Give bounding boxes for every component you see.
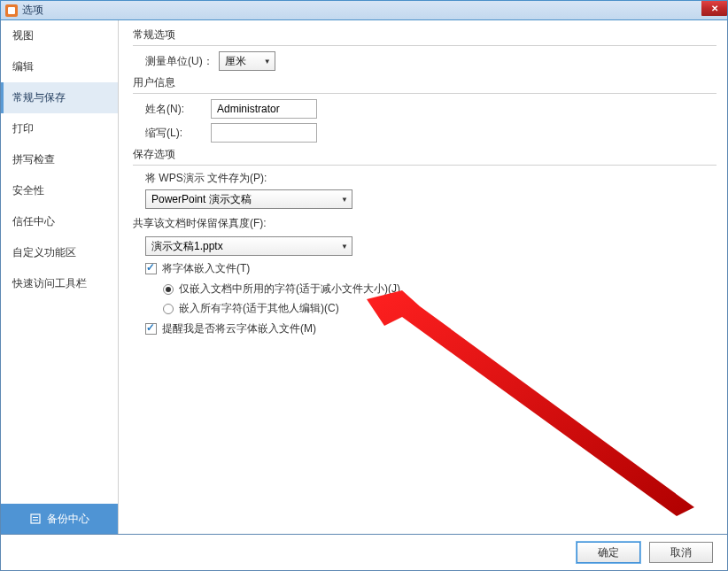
sidebar-item-general-save[interactable]: 常规与保存 — [1, 82, 118, 113]
sidebar-item-spellcheck[interactable]: 拼写检查 — [1, 144, 118, 175]
ok-button[interactable]: 确定 — [577, 542, 640, 563]
save-as-dropdown[interactable]: PowerPoint 演示文稿 — [145, 189, 352, 209]
cancel-button[interactable]: 取消 — [649, 542, 713, 563]
window-title: 选项 — [22, 3, 43, 18]
section-user-title: 用户信息 — [133, 75, 716, 94]
section-save: 保存选项 将 WPS演示 文件存为(P): PowerPoint 演示文稿 共享… — [133, 147, 716, 336]
main-panel: 常规选项 测量单位(U)： 厘米 用户信息 姓名(N): 缩写(L): 保存选项 — [119, 20, 727, 534]
embed-all-radio[interactable] — [163, 304, 174, 314]
fidelity-label: 共享该文档时保留保真度(F): — [133, 217, 267, 229]
svg-rect-1 — [8, 7, 15, 14]
save-as-value: PowerPoint 演示文稿 — [151, 192, 252, 207]
svg-rect-3 — [33, 517, 38, 518]
unit-value: 厘米 — [225, 54, 246, 69]
sidebar-item-view[interactable]: 视图 — [1, 20, 118, 51]
cloud-fonts-checkbox[interactable] — [145, 323, 157, 335]
unit-label: 测量单位(U)： — [145, 54, 213, 69]
section-user: 用户信息 姓名(N): 缩写(L): — [133, 75, 716, 143]
close-button[interactable] — [701, 1, 727, 16]
section-general-title: 常规选项 — [133, 27, 716, 46]
dialog-footer: 确定 取消 — [0, 534, 728, 571]
backup-label: 备份中心 — [47, 512, 89, 527]
embed-used-label: 仅嵌入文档中所用的字符(适于减小文件大小)(J) — [179, 282, 400, 297]
save-as-label: 将 WPS演示 文件存为(P): — [145, 171, 267, 186]
dialog-body: 视图 编辑 常规与保存 打印 拼写检查 安全性 信任中心 自定义功能区 快速访问… — [0, 20, 728, 534]
svg-rect-2 — [31, 514, 40, 523]
unit-dropdown[interactable]: 厘米 — [219, 51, 275, 71]
backup-center-button[interactable]: 备份中心 — [1, 504, 118, 534]
embed-fonts-checkbox[interactable] — [145, 263, 157, 274]
embed-fonts-label: 将字体嵌入文件(T) — [162, 261, 250, 276]
embed-used-radio[interactable] — [163, 284, 174, 295]
initials-label: 缩写(L): — [145, 126, 205, 141]
sidebar-item-print[interactable]: 打印 — [1, 113, 118, 144]
section-save-title: 保存选项 — [133, 147, 716, 166]
sidebar-item-security[interactable]: 安全性 — [1, 175, 118, 206]
fidelity-dropdown[interactable]: 演示文稿1.pptx — [145, 236, 352, 256]
initials-input[interactable] — [211, 123, 317, 143]
name-input[interactable] — [211, 99, 317, 119]
sidebar-item-quickaccess[interactable]: 快速访问工具栏 — [1, 268, 118, 299]
sidebar: 视图 编辑 常规与保存 打印 拼写检查 安全性 信任中心 自定义功能区 快速访问… — [1, 20, 119, 534]
backup-icon — [29, 513, 42, 525]
titlebar: 选项 — [0, 0, 728, 20]
app-icon — [4, 3, 19, 19]
sidebar-item-trust[interactable]: 信任中心 — [1, 206, 118, 237]
fidelity-value: 演示文稿1.pptx — [151, 239, 223, 254]
svg-rect-4 — [33, 520, 38, 521]
cloud-fonts-label: 提醒我是否将云字体嵌入文件(M) — [162, 321, 316, 336]
name-label: 姓名(N): — [145, 102, 205, 117]
section-general: 常规选项 测量单位(U)： 厘米 — [133, 27, 716, 71]
embed-all-label: 嵌入所有字符(适于其他人编辑)(C) — [179, 301, 339, 316]
sidebar-item-edit[interactable]: 编辑 — [1, 51, 118, 82]
sidebar-item-customize[interactable]: 自定义功能区 — [1, 237, 118, 268]
